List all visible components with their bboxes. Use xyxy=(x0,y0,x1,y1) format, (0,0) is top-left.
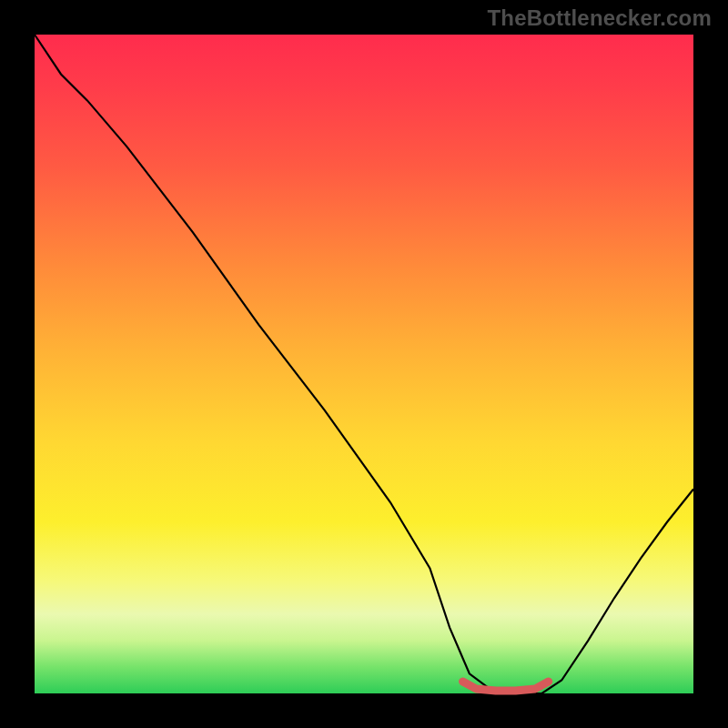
watermark-text: TheBottlenecker.com xyxy=(487,5,712,31)
plot-area xyxy=(35,35,693,693)
bottleneck-curve-path xyxy=(35,35,693,693)
optimal-band-path xyxy=(463,682,549,691)
chart-svg xyxy=(35,35,693,693)
chart-stage: TheBottlenecker.com xyxy=(0,0,728,728)
